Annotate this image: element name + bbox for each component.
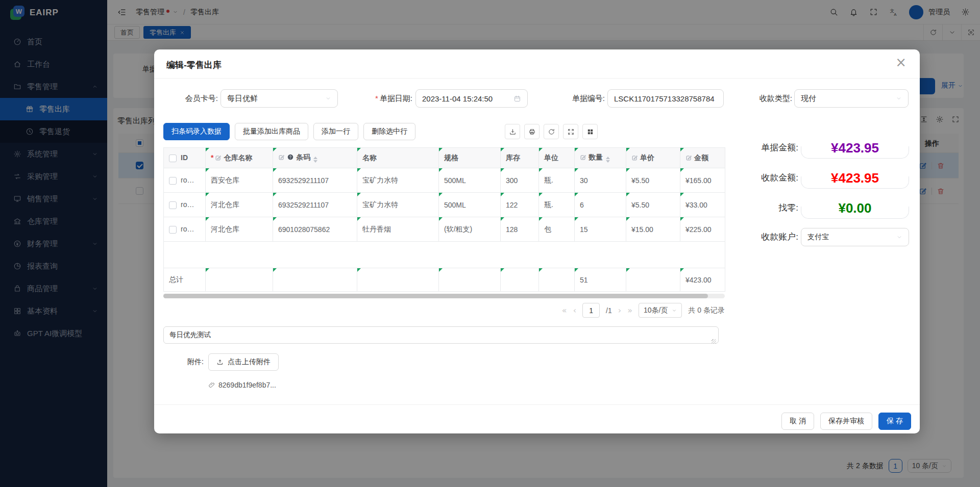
page-size-select[interactable]: 10条/页 <box>639 303 682 318</box>
bill-amount-value: ¥423.95 <box>801 137 909 159</box>
print-button[interactable] <box>524 124 540 139</box>
bill-no-input[interactable]: LSCK1170175713328758784 <box>607 89 724 108</box>
grid-cell[interactable]: 30 <box>575 168 626 193</box>
cell-value: ¥15.00 <box>631 225 653 234</box>
grid-filler-row <box>164 242 725 268</box>
cell-value: ¥33.00 <box>685 201 707 209</box>
grid-cell[interactable]: ro… <box>164 217 206 242</box>
save-button[interactable]: 保 存 <box>878 413 911 430</box>
grid-cell[interactable]: 瓶. <box>539 168 575 193</box>
grid-cell[interactable]: ¥5.50 <box>626 168 680 193</box>
download-icon <box>509 128 517 136</box>
close-modal-icon[interactable]: × <box>895 56 906 69</box>
scrollbar-thumb[interactable] <box>163 294 708 298</box>
batch-add-button[interactable]: 批量添加出库商品 <box>235 123 308 140</box>
refresh-button[interactable] <box>544 124 559 139</box>
grid-header-2[interactable]: 条码 <box>273 148 357 168</box>
row-checkbox[interactable] <box>169 226 177 234</box>
cell-value: 牡丹香烟 <box>362 225 391 233</box>
last-page-icon[interactable]: » <box>627 305 632 315</box>
grid-footer-row: 总计51¥423.00 <box>164 268 725 292</box>
editable-corner <box>501 193 504 196</box>
upload-attachment-button[interactable]: 点击上传附件 <box>208 353 279 371</box>
pay-type-select[interactable]: 现付 <box>794 89 909 108</box>
column-config-button[interactable] <box>582 124 598 139</box>
account-select[interactable]: 支付宝 <box>801 228 909 246</box>
first-page-icon[interactable]: « <box>562 305 567 315</box>
editable-corner <box>273 217 277 221</box>
delete-rows-button[interactable]: 删除选中行 <box>363 123 415 140</box>
footer-cell <box>357 268 439 292</box>
grid-cell[interactable]: ro… <box>164 168 206 193</box>
grid-cell[interactable]: 500ML <box>439 168 501 193</box>
resize-handle[interactable] <box>712 339 716 344</box>
editable-corner <box>680 217 684 221</box>
sort-icon[interactable] <box>313 157 317 163</box>
scan-barcode-button[interactable]: 扫条码录入数据 <box>163 123 230 140</box>
sort-icon[interactable] <box>606 157 610 163</box>
grid-cell[interactable]: 122 <box>501 193 539 217</box>
header-label: 名称 <box>362 153 377 162</box>
grid-cell[interactable]: ro… <box>164 193 206 217</box>
row-checkbox[interactable] <box>169 177 177 185</box>
bill-date-input[interactable]: 2023-11-04 15:24:50 <box>415 89 528 108</box>
horizontal-scrollbar[interactable] <box>163 294 725 298</box>
grid-cell[interactable]: (软/粗支) <box>439 217 501 242</box>
grid-header-3: 名称 <box>357 148 439 168</box>
grid-cell[interactable]: 300 <box>501 168 539 193</box>
grid-cell[interactable]: ¥5.50 <box>626 193 680 217</box>
grid-cell[interactable]: 河北仓库 <box>206 217 273 242</box>
member-card-select[interactable]: 每日优鲜 <box>220 89 338 108</box>
grid-cell[interactable]: 6932529211107 <box>273 193 357 217</box>
next-page-icon[interactable]: › <box>618 305 621 315</box>
header-label: ID <box>181 153 188 162</box>
cell-value: ro… <box>181 200 194 209</box>
calendar-icon <box>513 95 521 102</box>
footer-amount: ¥423.00 <box>685 276 712 284</box>
cell-value: 包 <box>544 225 551 233</box>
editable-corner <box>357 148 361 151</box>
bill-date-label: *单据日期: <box>357 89 412 108</box>
save-and-audit-button[interactable]: 保存并审核 <box>820 413 872 430</box>
cell-value: 300 <box>506 176 518 185</box>
grid-cell[interactable]: 宝矿力水特 <box>357 193 439 217</box>
grid-cell[interactable]: 宝矿力水特 <box>357 168 439 193</box>
grid-cell[interactable]: ¥15.00 <box>626 217 680 242</box>
editable-corner <box>575 148 578 151</box>
grid-cell[interactable]: 瓶. <box>539 193 575 217</box>
paperclip-icon <box>208 381 215 389</box>
grid-cell[interactable]: 15 <box>575 217 626 242</box>
grid-cell[interactable]: 6932529211107 <box>273 168 357 193</box>
cell-value: 6 <box>580 201 584 209</box>
cancel-button[interactable]: 取 消 <box>781 413 814 430</box>
grid-cell[interactable]: 6 <box>575 193 626 217</box>
download-button[interactable] <box>505 124 520 139</box>
grid-cell[interactable]: 河北仓库 <box>206 193 273 217</box>
page-input[interactable]: 1 <box>582 303 600 318</box>
header-label: 条码 <box>296 153 310 161</box>
attachment-file-link[interactable]: 8269db1f9ef8b7... <box>208 381 276 389</box>
grid-header-7[interactable]: 数量 <box>575 148 626 168</box>
grid-cell[interactable]: 6901028075862 <box>273 217 357 242</box>
add-row-button[interactable]: 添加一行 <box>313 123 358 140</box>
grid-header-0: ID <box>164 148 206 168</box>
fullscreen-button[interactable] <box>563 124 578 139</box>
row-checkbox[interactable] <box>169 201 177 209</box>
cell-value: 500ML <box>444 176 466 185</box>
select-all-checkbox[interactable] <box>169 155 177 162</box>
prev-page-icon[interactable]: ‹ <box>573 305 576 315</box>
editable-corner <box>626 148 630 151</box>
grid-cell[interactable]: 包 <box>539 217 575 242</box>
grid-cell[interactable]: 500ML <box>439 193 501 217</box>
editable-corner <box>539 268 543 272</box>
grid-cell[interactable]: 西安仓库 <box>206 168 273 193</box>
page-size-value: 10条/页 <box>644 306 668 315</box>
paid-amount-value[interactable]: ¥423.95 <box>801 167 909 189</box>
grid-header-6: 单位 <box>539 148 575 168</box>
help-icon[interactable] <box>287 153 294 161</box>
remark-textarea[interactable]: 每日优先测试 <box>163 326 719 344</box>
grid-cell[interactable]: 128 <box>501 217 539 242</box>
editable-corner <box>626 217 630 221</box>
edit-column-icon <box>580 154 586 161</box>
grid-cell[interactable]: 牡丹香烟 <box>357 217 439 242</box>
